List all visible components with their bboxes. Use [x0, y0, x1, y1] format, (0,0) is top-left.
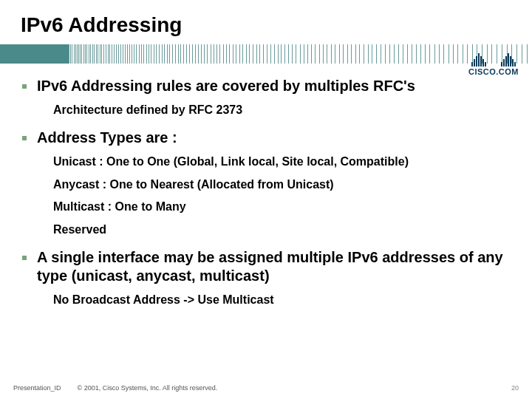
slide-title: IPv6 Addressing [0, 0, 532, 44]
bullet-icon [22, 84, 27, 89]
cisco-logo: CISCO.COM [468, 52, 519, 76]
bullet-item: Address Types are : [22, 129, 510, 147]
bullet-item: IPv6 Addressing rules are covered by mul… [22, 77, 510, 95]
sub-item: Unicast : One to One (Global, Link local… [53, 154, 510, 170]
sub-item: No Broadcast Address -> Use Multicast [53, 293, 510, 308]
sub-item: Architecture defined by RFC 2373 [53, 103, 510, 118]
copyright-text: © 2001, Cisco Systems, Inc. All rights r… [78, 384, 218, 392]
bullet-text: A single interface may be assigned multi… [37, 248, 510, 285]
slide-content: IPv6 Addressing rules are covered by mul… [0, 77, 532, 308]
logo-text: CISCO.COM [468, 67, 519, 76]
sub-item: Anycast : One to Nearest (Allocated from… [53, 177, 510, 193]
bullet-text: IPv6 Addressing rules are covered by mul… [37, 77, 415, 95]
slide-footer: Presentation_ID © 2001, Cisco Systems, I… [13, 384, 519, 392]
title-divider [0, 44, 532, 64]
bullet-text: Address Types are : [37, 129, 177, 147]
sub-item: Multicast : One to Many [53, 200, 510, 215]
page-number: 20 [511, 384, 519, 392]
bullet-icon [22, 136, 27, 140]
sub-item: Reserved [53, 222, 510, 238]
bullet-item: A single interface may be assigned multi… [22, 248, 510, 285]
presentation-id: Presentation_ID [13, 384, 61, 392]
bullet-icon [22, 256, 27, 260]
